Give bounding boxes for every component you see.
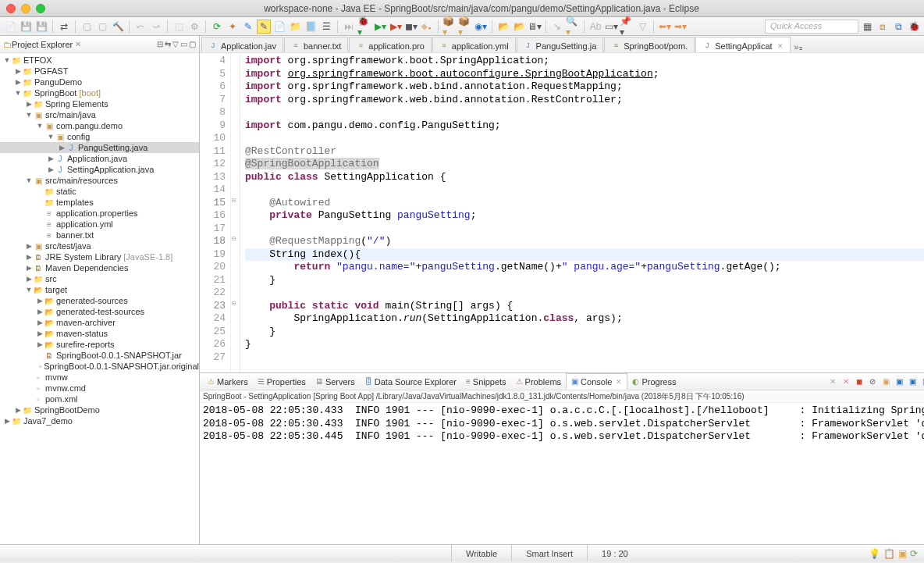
pencil-icon[interactable]: ✎ <box>241 20 255 34</box>
tree-item[interactable]: ▶📁PanguDemo <box>0 77 199 87</box>
undo-icon[interactable]: ⤺ <box>133 20 147 34</box>
box-icon[interactable]: ▢ <box>95 20 109 34</box>
box-icon[interactable]: ▢ <box>80 20 94 34</box>
editor-tab[interactable]: ≡banner.txt <box>284 37 348 52</box>
book-icon[interactable]: 📘 <box>304 20 318 34</box>
editor-tab[interactable]: JPanguSetting.ja <box>517 37 604 52</box>
bottom-tab-console[interactable]: ▣Console✕ <box>566 373 627 390</box>
quick-access-input[interactable]: Quick Access <box>765 20 858 34</box>
tree-item[interactable]: ▼▣config <box>0 131 199 142</box>
tree-item[interactable]: ▶JSettingApplication.java <box>0 164 199 175</box>
forward-icon[interactable]: ➡▾ <box>673 20 688 34</box>
tree-item[interactable]: ▶📂generated-test-sources <box>0 306 199 317</box>
new-class-icon[interactable]: ◉▾ <box>474 20 488 34</box>
tree-item[interactable]: ▶🗎Maven Dependencies <box>0 262 199 273</box>
console-toolbar-icon[interactable]: ✕ <box>840 377 852 386</box>
collapse-all-icon[interactable]: ⊟ <box>157 40 163 48</box>
tree-item[interactable]: ▼📁ETFOX <box>0 55 199 66</box>
tree-item[interactable]: ▼▣src/main/java <box>0 109 199 120</box>
list-icon[interactable]: ☰ <box>319 20 333 34</box>
run-icon[interactable]: ▶▾ <box>373 20 387 34</box>
debug-icon[interactable]: 🐞▾ <box>357 20 371 34</box>
folding-column[interactable]: ⊟⊟⊟ <box>231 53 240 372</box>
build-icon[interactable]: 🔨 <box>111 20 125 34</box>
tree-item[interactable]: ≡banner.txt <box>0 230 199 241</box>
feed-icon[interactable]: 📋 <box>883 548 895 559</box>
tree-item[interactable]: ▶📂maven-status <box>0 328 199 339</box>
editor-tab[interactable]: JApplication.jav <box>201 37 283 52</box>
tree-item[interactable]: ▶📁Spring Elements <box>0 98 199 109</box>
update-icon[interactable]: ▣ <box>898 548 907 559</box>
tree-item[interactable]: 📁templates <box>0 197 199 208</box>
relaunch-icon[interactable]: ⟳ <box>210 20 224 34</box>
tree-item[interactable]: ▶JPanguSetting.java <box>0 142 199 153</box>
tree-item[interactable]: ▼▣com.pangu.demo <box>0 120 199 131</box>
tree-item[interactable]: ▶📁SpringBootDemo <box>0 404 199 415</box>
tree-item[interactable]: 📁static <box>0 186 199 197</box>
console-toolbar-icon[interactable]: ▣ <box>880 377 892 386</box>
tree-item[interactable]: ▫pom.xml <box>0 394 199 404</box>
stop-icon[interactable]: ◼▾ <box>404 20 418 34</box>
bottom-tab-progress[interactable]: ◐Progress <box>627 376 681 388</box>
console-toolbar-icon[interactable]: ⊘ <box>866 377 879 386</box>
code-area[interactable]: import org.springframework.boot.SpringAp… <box>240 53 924 372</box>
link-editor-icon[interactable]: ⇆ <box>165 40 171 48</box>
new-project-icon[interactable]: 📦▾ <box>442 20 457 34</box>
wand-icon[interactable]: ✦ <box>226 20 240 34</box>
tree-item[interactable]: ▶📂surefire-reports <box>0 339 199 350</box>
editor-tab[interactable]: ≡SpringBoot/pom. <box>604 37 695 52</box>
sync-icon[interactable]: ⟳ <box>910 548 918 559</box>
minimize-icon[interactable]: ▭ <box>180 40 187 48</box>
tree-item[interactable]: ▫mvnw <box>0 372 199 383</box>
tree-item[interactable]: ▶▣src/test/java <box>0 241 199 251</box>
more-tabs-indicator[interactable]: »₂ <box>794 42 802 52</box>
new-package-icon[interactable]: 📦▾ <box>458 20 472 34</box>
code-editor[interactable]: 4567891011121314151617181920212223242526… <box>200 53 924 372</box>
console-toolbar-icon[interactable]: ▣ <box>919 377 924 386</box>
tree-item[interactable]: ▫mvnw.cmd <box>0 383 199 394</box>
project-tree[interactable]: ▼📁ETFOX▶📁PGFAST▶📁PanguDemo▼📁SpringBoot [… <box>0 53 199 544</box>
save-icon[interactable]: 💾 <box>19 20 33 34</box>
redo-icon[interactable]: ⤻ <box>149 20 163 34</box>
bottom-tab-problems[interactable]: ⚠Problems <box>511 376 566 388</box>
tree-item[interactable]: ▼▣src/main/resources <box>0 175 199 186</box>
console-toolbar-icon[interactable]: ◼ <box>853 377 865 386</box>
open-folder-icon[interactable]: 📂 <box>496 20 510 34</box>
close-icon[interactable]: ✕ <box>75 40 81 48</box>
bottom-tab-data-source-explorer[interactable]: 🗄Data Source Explorer <box>360 376 461 388</box>
minimize-window-button[interactable] <box>21 4 30 13</box>
tree-item[interactable]: ▶📂maven-archiver <box>0 317 199 328</box>
pin-icon[interactable]: 📌▾ <box>620 20 634 34</box>
bottom-tab-markers[interactable]: ⚠Markers <box>203 376 253 388</box>
open-file-icon[interactable]: 📂 <box>512 20 526 34</box>
perspective-icon[interactable]: ▦ <box>860 20 874 34</box>
console-output[interactable]: 2018-05-08 22:05:30.433 INFO 1901 --- [n… <box>200 403 924 544</box>
java-ee-perspective-icon[interactable]: ⧈ <box>876 20 890 34</box>
tree-item[interactable]: ≡application.properties <box>0 208 199 219</box>
tree-item[interactable]: ▶📁PGFAST <box>0 66 199 77</box>
tree-item[interactable]: ▶📁src <box>0 273 199 284</box>
bottom-tab-properties[interactable]: ☰Properties <box>253 376 311 388</box>
tree-item[interactable]: 🗎SpringBoot-0.0.1-SNAPSHOT.jar <box>0 350 199 361</box>
search-icon[interactable]: 🔍▾ <box>566 20 580 34</box>
tree-item[interactable]: ▶JApplication.java <box>0 153 199 164</box>
editor-tab[interactable]: ≡application.yml <box>432 37 516 52</box>
new-icon[interactable]: 📄 <box>3 20 17 34</box>
console-toolbar-icon[interactable]: ✕ <box>826 377 839 386</box>
back-icon[interactable]: ⬅▾ <box>658 20 672 34</box>
coverage-icon[interactable]: ▶▾ <box>389 20 403 34</box>
skip-icon[interactable]: ⏭ <box>342 20 356 34</box>
bottom-tab-snippets[interactable]: ≡Snippets <box>461 376 511 388</box>
tree-item[interactable]: ▫SpringBoot-0.0.1-SNAPSHOT.jar.original <box>0 361 199 372</box>
step-icon[interactable]: ↘ <box>550 20 564 34</box>
file-icon[interactable]: 📄 <box>272 20 286 34</box>
maximize-icon[interactable]: ▢ <box>189 40 196 48</box>
folder-icon[interactable]: 📁 <box>288 20 302 34</box>
editor-tab[interactable]: JSettingApplicat✕ <box>695 37 790 52</box>
tree-item[interactable]: ▶🗎JRE System Library [JavaSE-1.8] <box>0 251 199 262</box>
tree-item[interactable]: ≡application.yml <box>0 219 199 230</box>
ab-icon[interactable]: Ab <box>588 20 602 34</box>
tree-item[interactable]: ▶📁Java7_demo <box>0 415 199 426</box>
gear-icon[interactable]: ⚙ <box>187 20 201 34</box>
tree-item[interactable]: ▶📂generated-sources <box>0 295 199 306</box>
